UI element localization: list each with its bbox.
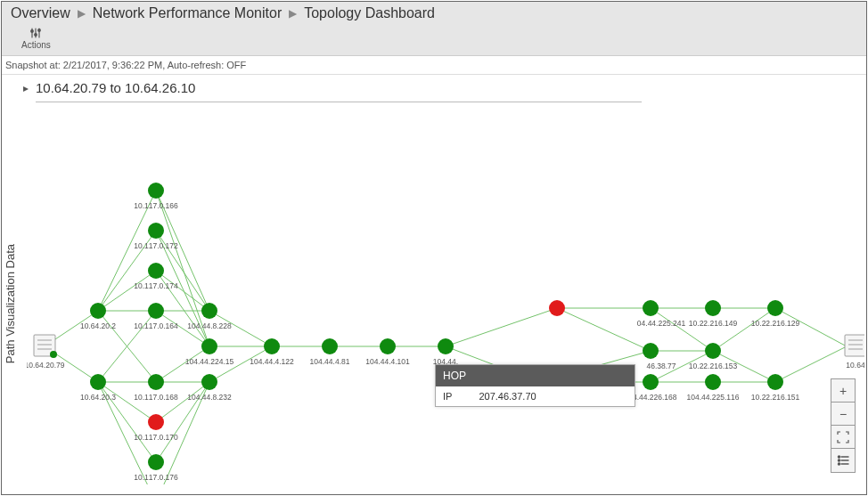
topology-edge — [446, 308, 557, 346]
topology-node[interactable] — [90, 303, 106, 319]
side-panel-title: Path Visualization Data — [4, 244, 17, 363]
breadcrumb-overview[interactable]: Overview — [11, 5, 70, 21]
tooltip-ip-value: 207.46.37.70 — [479, 391, 536, 402]
dest-host-label: 10.64 — [846, 361, 864, 370]
topology-node-label: 10.22.216.149 — [689, 319, 738, 328]
topology-node-label: 10.117.0.164 — [134, 321, 178, 330]
actions-button[interactable]: Actions — [21, 27, 51, 50]
topology-node-label: 46.38.77 — [646, 362, 676, 370]
fit-screen-button[interactable] — [831, 426, 855, 449]
topology-edge — [713, 308, 775, 351]
svg-point-5 — [38, 29, 41, 32]
chevron-right-icon: ▶ — [76, 7, 87, 20]
source-host-label: 10.64.20.79 — [27, 361, 65, 370]
topology-node-label: 04.44.225.241 — [637, 319, 686, 328]
topology-node[interactable] — [705, 343, 721, 359]
topology-node[interactable] — [643, 374, 659, 390]
topology-node-label: 104.44.4.101 — [365, 357, 410, 366]
zoom-in-button[interactable]: + — [831, 379, 855, 402]
topology-node-label: 10.64.20.3 — [80, 393, 116, 402]
zoom-controls: + − — [831, 378, 856, 473]
topology-edge — [98, 382, 156, 422]
topology-node-label: 10.117.0.174 — [134, 281, 178, 290]
topology-node-label: 10.117.0.176 — [134, 473, 178, 482]
topology-edge — [651, 308, 713, 351]
topology-node-label: 104.44.225.116 — [686, 393, 739, 402]
chevron-right-icon: ▶ — [287, 7, 299, 20]
svg-point-1 — [31, 30, 34, 33]
topology-node[interactable] — [322, 338, 338, 354]
topology-node[interactable] — [438, 338, 454, 354]
topology-node[interactable] — [201, 338, 217, 354]
topology-edge — [156, 382, 209, 422]
snapshot-status-text: Snapshot at: 2/21/2017, 9:36:22 PM, Auto… — [2, 56, 866, 75]
topology-node-label: 104.44.8.228 — [187, 321, 232, 330]
svg-point-10 — [50, 351, 57, 358]
topology-node[interactable] — [380, 338, 396, 354]
topology-node[interactable] — [549, 300, 565, 316]
list-view-button[interactable] — [831, 449, 855, 472]
tooltip-ip-label: IP — [443, 391, 452, 402]
source-host-icon[interactable]: 10.64.20.79 — [27, 335, 65, 370]
actions-label: Actions — [21, 40, 51, 50]
topology-edge — [775, 346, 847, 382]
topology-graph[interactable]: 10.64.20.79 10.64 10.64.20.210.64.20.310… — [27, 110, 864, 484]
topology-edge — [98, 271, 156, 311]
page-title: 10.64.20.79 to 10.64.26.10 — [36, 80, 195, 95]
zoom-out-button[interactable]: − — [831, 402, 855, 426]
topology-node-label: 10.117.0.168 — [134, 393, 178, 402]
expand-panel-button[interactable]: ▸ — [23, 82, 29, 94]
topology-node-label: 10.22.216.151 — [751, 393, 800, 402]
topology-node[interactable] — [767, 300, 783, 316]
topology-node-label: 104.44.224.15 — [185, 357, 234, 366]
topology-node[interactable] — [705, 300, 721, 316]
topology-node[interactable] — [148, 263, 164, 279]
topology-node[interactable] — [767, 374, 783, 390]
hop-tooltip: HOP IP 207.46.37.70 — [435, 364, 635, 407]
dest-host-icon[interactable]: 10.64 — [845, 335, 864, 370]
topology-node-label: 104.44.4.81 — [310, 357, 350, 366]
topology-edge — [156, 271, 209, 311]
svg-rect-11 — [845, 335, 864, 356]
topology-node[interactable] — [148, 454, 164, 470]
svg-point-15 — [839, 456, 840, 458]
topology-node-label: 10.117.0.170 — [134, 433, 178, 442]
svg-point-19 — [839, 463, 840, 465]
tooltip-header: HOP — [436, 365, 635, 386]
topology-node-label: 10.22.216.153 — [689, 362, 738, 370]
topology-node-label: 10.64.20.2 — [80, 321, 116, 330]
breadcrumb-npm[interactable]: Network Performance Monitor — [93, 5, 283, 21]
svg-point-17 — [839, 459, 840, 461]
topology-node-label: 104.44.8.232 — [187, 393, 232, 402]
topology-edge — [557, 308, 651, 351]
topology-node[interactable] — [148, 183, 164, 199]
svg-point-3 — [35, 34, 37, 37]
topology-node[interactable] — [90, 374, 106, 390]
breadcrumb-topology[interactable]: Topology Dashboard — [304, 5, 435, 21]
topology-node[interactable] — [705, 374, 721, 390]
topology-node[interactable] — [148, 374, 164, 390]
topology-node-label: 104.44.4.122 — [250, 357, 294, 366]
sliders-icon — [29, 27, 42, 39]
title-underline — [36, 102, 642, 102]
topology-node-label: 10.117.0.166 — [134, 201, 178, 210]
topology-node[interactable] — [201, 303, 217, 319]
topology-node-label: 10.22.216.129 — [751, 319, 800, 328]
topology-node[interactable] — [148, 303, 164, 319]
topology-node[interactable] — [201, 374, 217, 390]
topology-node[interactable] — [643, 343, 659, 359]
topology-node[interactable] — [264, 338, 280, 354]
topology-node-label: 10.117.0.172 — [134, 241, 178, 250]
topology-node[interactable] — [148, 223, 164, 239]
breadcrumb: Overview ▶ Network Performance Monitor ▶… — [11, 5, 857, 21]
topology-node[interactable] — [643, 300, 659, 316]
topology-node[interactable] — [148, 414, 164, 430]
